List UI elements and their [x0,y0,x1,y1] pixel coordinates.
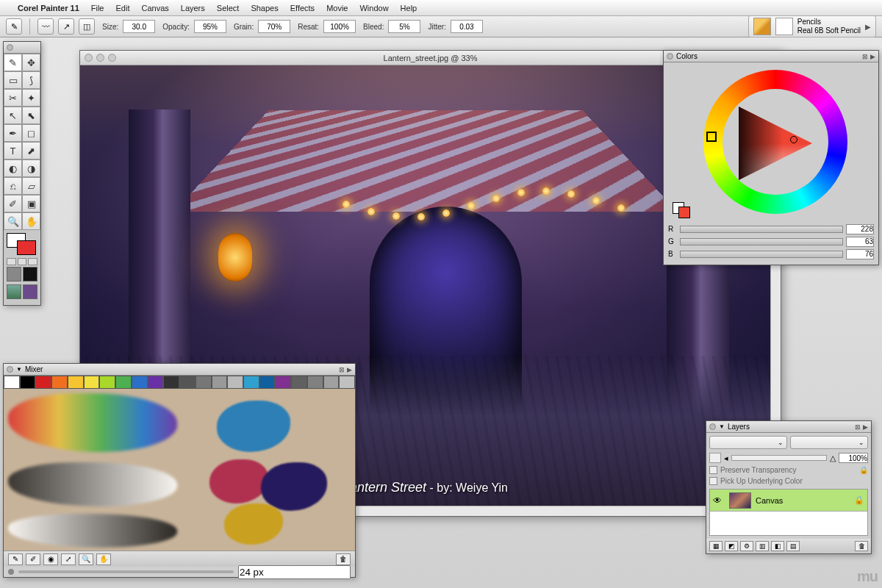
brush-selector[interactable]: Pencils Real 6B Soft Pencil ▶ [748,15,876,37]
bleed-input[interactable] [388,20,420,33]
mixer-swatch[interactable] [163,376,179,389]
menu-window[interactable]: Window [359,4,388,12]
menu-canvas[interactable]: Canvas [141,4,168,12]
straight-stroke-icon[interactable]: ↗ [58,18,74,35]
color-picker-cursor[interactable] [790,136,797,143]
panel-menu-icon[interactable]: ▶ [863,423,868,431]
menu-select[interactable]: Select [217,4,240,12]
layer-opacity-input[interactable] [839,453,868,463]
gradient-selector[interactable] [23,267,37,282]
select-arrow-tool[interactable]: ⬈ [22,142,40,159]
rect-select-tool[interactable]: ▭ [4,71,22,89]
layer-lock-icon[interactable]: 🔒 [854,495,864,505]
mixer-swatch[interactable] [148,376,164,389]
eraser-tool[interactable]: ▱ [22,177,40,195]
menu-file[interactable]: File [91,4,104,12]
minimize-icon[interactable] [96,54,104,62]
opacity-input[interactable] [194,20,226,33]
color-swatches[interactable] [4,230,40,258]
panel-menu-icon[interactable]: ▶ [347,366,352,373]
bucket-tool[interactable]: ▣ [22,195,40,212]
menu-help[interactable]: Help [401,4,417,12]
mixer-swatch[interactable] [51,376,68,389]
mixer-zoom-icon[interactable]: 🔍 [79,553,93,565]
mixer-eyedropper-icon[interactable]: ⤢ [61,553,76,565]
zoom-tool[interactable]: 🔍 [4,212,22,230]
layer-more-icon[interactable]: ▤ [786,541,800,551]
r-value[interactable] [846,224,874,234]
mixer-apply-color-icon[interactable]: ✐ [26,553,40,565]
mixer-swatch[interactable] [339,376,355,389]
jitter-input[interactable] [451,20,483,33]
resat-input[interactable] [323,20,356,33]
mixer-sample-icon[interactable]: ◉ [43,553,58,565]
mixer-swatch[interactable] [68,376,84,389]
colors-mini-swatch[interactable] [673,202,690,218]
default-colors-icon[interactable] [18,258,27,265]
mixer-swatch[interactable] [35,376,51,389]
dodge-tool[interactable]: ◐ [4,159,22,177]
freehand-stroke-icon[interactable]: 〰 [37,18,54,35]
menu-edit[interactable]: Edit [116,4,130,12]
mixer-swatch[interactable] [99,376,115,389]
pickup-color-checkbox[interactable] [709,477,717,485]
menu-shapes[interactable]: Shapes [251,4,278,12]
g-slider[interactable] [680,238,843,245]
g-value[interactable] [846,237,874,247]
pattern-selector[interactable] [7,284,21,299]
app-menu[interactable]: Corel Painter 11 [18,4,79,12]
perspective-icon[interactable]: ◫ [79,18,95,35]
mixer-swatch[interactable] [115,376,132,389]
mixer-swatch[interactable] [84,376,100,389]
mixer-clear-icon[interactable]: 🗑 [336,553,351,565]
b-slider[interactable] [680,251,843,258]
text-tool[interactable]: T [4,142,22,159]
disclosure-icon[interactable]: ▼ [16,366,22,373]
mixer-swatch[interactable] [179,376,196,389]
mixer-swatch[interactable] [275,376,291,389]
panel-menu-icon[interactable]: ▶ [870,53,875,60]
layer-mask-icon[interactable]: ◩ [725,541,738,551]
hand-tool[interactable]: ✋ [22,212,40,230]
b-value[interactable] [846,249,874,259]
move-tool[interactable]: ✥ [22,54,40,71]
eyedropper-tool[interactable]: ✐ [4,195,22,212]
mixer-swatch[interactable] [259,376,276,389]
disclosure-icon[interactable]: ▼ [719,423,725,430]
burn-tool[interactable]: ◑ [22,159,40,177]
zoom-icon[interactable] [108,54,116,62]
mixer-pan-icon[interactable]: ✋ [96,553,111,565]
mixer-pad[interactable] [4,389,355,551]
clone-tool[interactable]: ⎌ [4,177,22,195]
dynamic-plugin-icon[interactable]: ⚙ [740,541,753,551]
layer-button-1[interactable] [709,453,721,463]
mixer-swatch-row[interactable] [4,376,355,389]
mixer-swatch[interactable] [323,376,340,389]
mixer-dirty-brush-icon[interactable]: ✎ [8,553,23,565]
panel-collapse-icon[interactable]: ⊠ [855,423,861,431]
layer-fx-icon[interactable]: ◧ [771,541,784,551]
color-3-icon[interactable] [28,258,37,265]
mixer-swatch[interactable] [227,376,243,389]
panel-collapse-icon[interactable]: ⊠ [339,366,345,373]
mixer-size-input[interactable] [238,565,351,579]
mixer-swatch[interactable] [20,376,36,389]
pointer-tool[interactable]: ↖ [4,107,22,124]
size-input[interactable] [123,20,155,33]
mixer-swatch[interactable] [4,376,20,389]
wand-tool[interactable]: ✦ [22,89,40,107]
preserve-transparency-checkbox[interactable] [709,466,717,474]
panel-grip-icon[interactable] [667,53,673,60]
mixer-swatch[interactable] [132,376,148,389]
weave-selector[interactable] [23,284,37,299]
pen-tool[interactable]: ✒ [4,124,22,142]
new-layer-icon[interactable]: ▦ [709,541,723,551]
layer-opacity-slider[interactable] [731,455,827,461]
panel-grip-icon[interactable] [709,423,716,430]
menu-layers[interactable]: Layers [181,4,205,12]
mixer-swatch[interactable] [196,376,212,389]
delete-layer-icon[interactable]: 🗑 [855,541,868,551]
mixer-swatch[interactable] [212,376,228,389]
panel-grip-icon[interactable] [7,44,13,51]
close-icon[interactable] [85,54,93,62]
